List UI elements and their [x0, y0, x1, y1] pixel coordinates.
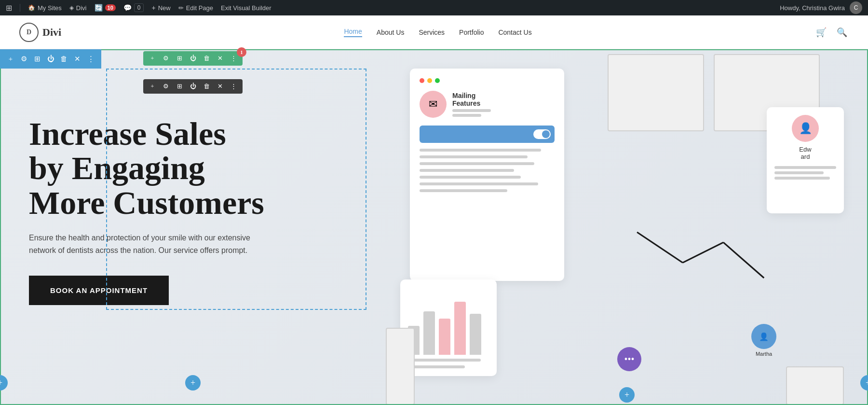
wp-logo[interactable]: ⊞ — [6, 3, 12, 13]
ll3 — [420, 162, 534, 165]
mtb-badge: 1 — [237, 47, 246, 57]
svg-line-2 — [723, 242, 764, 278]
divi-label: Divi — [76, 4, 87, 12]
el3 — [774, 177, 830, 180]
section-settings-btn[interactable]: ⚙ — [17, 52, 31, 66]
admin-bar-right: Howdy, Christina Gwira C — [780, 1, 862, 14]
mtb-more-2[interactable]: ⋮ — [228, 81, 239, 92]
section-power-btn[interactable]: ⏻ — [44, 52, 57, 66]
site-nav: Home About Us Services Portfolio Contact… — [344, 28, 531, 37]
nav-contact[interactable]: Contact Us — [498, 28, 531, 36]
comments-icon: 💬 — [123, 4, 132, 12]
toggle-knob — [542, 130, 550, 138]
hero-section: + ⚙ ⊞ ⏻ 🗑 ✕ ⋮ 1 + ⚙ ⊞ ⏻ 🗑 ✕ ⋮ Incr — [0, 49, 868, 405]
page-wrapper: D Divi Home About Us Services Portfolio … — [0, 15, 868, 405]
search-icon[interactable]: 🔍 — [835, 26, 849, 39]
martha-avatar: 👤 — [751, 324, 776, 349]
bar4 — [454, 302, 466, 355]
mtb-delete-2[interactable]: 🗑 — [201, 81, 212, 92]
bar5 — [470, 314, 481, 355]
section-toolbar: + ⚙ ⊞ ⏻ 🗑 ✕ ⋮ — [0, 49, 101, 69]
ll5 — [420, 176, 521, 179]
mtb-layout-2[interactable]: ⊞ — [174, 81, 185, 92]
hero-heading-line3: More Customers — [29, 184, 264, 221]
mtb-add-2[interactable]: + — [147, 81, 158, 92]
comments-menu[interactable]: 💬 0 — [123, 3, 144, 12]
wp-icon: ⊞ — [6, 3, 12, 13]
mtb-close-1[interactable]: ✕ — [215, 53, 225, 64]
bar3 — [439, 319, 450, 355]
hero-heading: Increase Sales by Engaging More Customer… — [29, 117, 357, 220]
divi-menu[interactable]: ◈ Divi — [69, 4, 87, 12]
edit-page-menu[interactable]: ✏ Edit Page — [178, 4, 213, 12]
edit-page-label: Edit Page — [186, 4, 213, 12]
mtb-power-1[interactable]: ⏻ — [188, 53, 198, 64]
edward-avatar: 👤 — [792, 115, 819, 142]
mtb-layout-1[interactable]: ⊞ — [174, 53, 185, 64]
mtb-settings-2[interactable]: ⚙ — [161, 81, 171, 92]
user-greeting: Howdy, Christina Gwira — [780, 4, 845, 12]
logo-text: Divi — [42, 26, 61, 39]
ll4 — [420, 169, 514, 172]
mailing-row: ✉ MailingFeatures — [420, 91, 555, 118]
main-ui-card: ✉ MailingFeatures — [410, 69, 564, 281]
new-menu[interactable]: + New — [151, 4, 170, 12]
el1 — [774, 166, 836, 169]
hero-right: ✉ MailingFeatures — [386, 49, 868, 405]
user-avatar[interactable]: C — [850, 1, 862, 14]
exit-builder-menu[interactable]: Exit Visual Builder — [221, 4, 271, 12]
nav-portfolio[interactable]: Portfolio — [459, 28, 484, 36]
cart-icon[interactable]: 🛒 — [814, 26, 828, 39]
hero-left: + ⚙ ⊞ ⏻ 🗑 ✕ ⋮ 1 + ⚙ ⊞ ⏻ 🗑 ✕ ⋮ Incr — [0, 49, 386, 405]
updates-count: 10 — [105, 4, 116, 11]
mail-icon: ✉ — [420, 91, 447, 118]
admin-bar: ⊞ 🏠 My Sites ◈ Divi 🔄 10 💬 0 + New ✏ Edi… — [0, 0, 868, 15]
my-sites-label: My Sites — [38, 4, 62, 12]
new-label: New — [158, 4, 171, 12]
updates-icon: 🔄 — [95, 4, 103, 12]
ll7 — [420, 189, 507, 192]
my-sites-menu[interactable]: 🏠 My Sites — [28, 4, 62, 12]
section-layout-btn[interactable]: ⊞ — [30, 52, 44, 66]
purple-more-btn[interactable]: ••• — [617, 347, 641, 371]
col-add-right[interactable]: + — [619, 387, 635, 403]
section-delete-btn[interactable]: 🗑 — [57, 52, 71, 66]
blue-bar — [420, 126, 555, 143]
dot-green — [435, 78, 440, 83]
el2 — [774, 171, 824, 174]
mtb-close-2[interactable]: ✕ — [215, 81, 225, 92]
hero-subtext: Ensure the health and protection of your… — [29, 232, 270, 256]
ll6 — [420, 182, 538, 185]
col-add-left[interactable]: + — [0, 375, 8, 391]
site-logo[interactable]: D Divi — [19, 23, 61, 42]
sep1 — [20, 4, 20, 12]
col-add-far-right[interactable]: + — [860, 375, 868, 391]
nav-about[interactable]: About Us — [377, 28, 405, 36]
nav-services[interactable]: Services — [419, 28, 445, 36]
svg-line-1 — [683, 242, 723, 263]
hero-heading-line2: by Engaging — [29, 150, 205, 186]
list-lines — [420, 149, 555, 192]
mtb-delete-1[interactable]: 🗑 — [201, 53, 212, 64]
updates-menu[interactable]: 🔄 10 — [95, 4, 116, 12]
site-header: D Divi Home About Us Services Portfolio … — [0, 15, 868, 49]
book-appointment-button[interactable]: Book An Appointment — [29, 276, 169, 305]
toggle-btn[interactable] — [533, 129, 551, 139]
divi-icon: ◈ — [69, 4, 74, 11]
section-add-btn[interactable]: + — [4, 52, 17, 66]
edward-name: Edward — [799, 146, 811, 160]
section-more-btn[interactable]: ⋮ — [84, 52, 97, 66]
edward-lines — [774, 166, 836, 180]
ll2 — [420, 155, 528, 158]
nav-home[interactable]: Home — [344, 28, 362, 37]
new-icon: + — [151, 4, 155, 12]
col-add-mid[interactable]: + — [185, 375, 201, 391]
comments-count: 0 — [134, 3, 144, 12]
mtb-add-1[interactable]: + — [147, 53, 158, 64]
section-close-btn[interactable]: ✕ — [71, 52, 84, 66]
martha-label: Martha — [756, 351, 772, 357]
cl2 — [408, 365, 465, 368]
mtb-power-2[interactable]: ⏻ — [188, 81, 198, 92]
mtb-settings-1[interactable]: ⚙ — [161, 53, 171, 64]
browser-dots — [420, 78, 555, 83]
